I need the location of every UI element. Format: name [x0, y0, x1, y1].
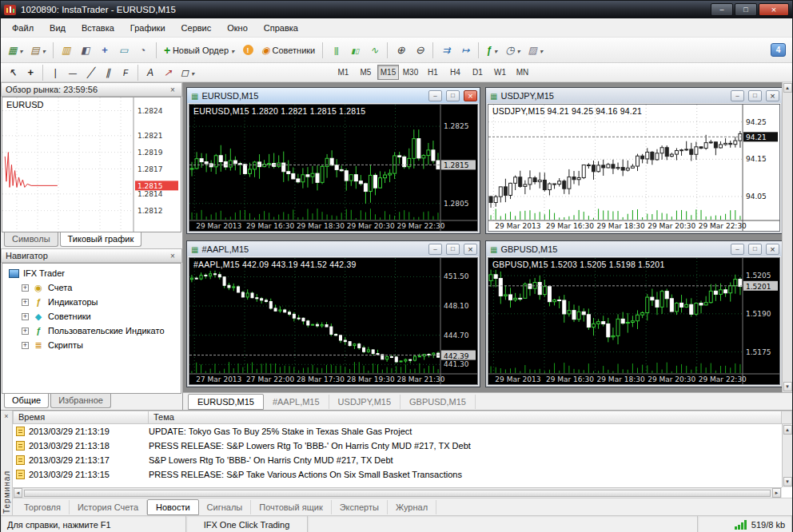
chart-maximize-button[interactable]	[446, 244, 460, 255]
tab-experts[interactable]: Эксперты	[332, 500, 388, 514]
menu-tools[interactable]: Сервис	[173, 20, 220, 36]
tab-signals[interactable]: Сигналы	[199, 500, 252, 514]
candlestick-chart-eurusd[interactable]: 1.28251.28051.281529 Mar 201329 Mar 16:3…	[189, 105, 477, 231]
timeframe-h1[interactable]: H1	[422, 65, 444, 80]
column-header-topic[interactable]: Тема	[149, 411, 782, 424]
tick-chart[interactable]: EURUSD 1.28241.28211.28191.28171.28141.2…	[2, 97, 181, 232]
scroll-down-arrow[interactable]	[783, 477, 792, 486]
scroll-left-arrow[interactable]	[14, 488, 22, 498]
scroll-right-arrow[interactable]	[772, 488, 781, 498]
chart-maximize-button[interactable]	[748, 244, 762, 255]
timeframe-m1[interactable]: M1	[333, 65, 354, 80]
chart-close-button[interactable]	[766, 90, 779, 101]
channel-button[interactable]	[99, 65, 117, 81]
chart-window-titlebar[interactable]: USDJPY,M15	[486, 88, 782, 103]
tree-item-scripts[interactable]: Скрипты	[2, 338, 181, 352]
text-tool-button[interactable]	[141, 65, 159, 81]
chart-tab-aapl[interactable]: #AAPL,M15	[264, 395, 329, 409]
navigator-close-icon[interactable]	[168, 252, 177, 260]
scroll-down-arrow[interactable]	[783, 382, 792, 391]
chart-window-titlebar[interactable]: #AAPL,M15	[187, 241, 480, 256]
timeframe-mn[interactable]: MN	[512, 65, 533, 80]
news-row[interactable]: 2013/03/29 21:13:15 PRESS RELEASE: S&P T…	[13, 467, 792, 482]
notification-badge[interactable]: 4	[771, 43, 786, 57]
navigator-toggle[interactable]	[95, 41, 114, 60]
mdi-scrollbar[interactable]	[782, 82, 792, 392]
data-window-toggle[interactable]	[76, 41, 95, 60]
periods-button[interactable]	[501, 41, 524, 60]
tab-tick-chart[interactable]: Тиковый график	[60, 232, 142, 247]
tree-item-experts[interactable]: Советники	[2, 309, 181, 324]
timeframe-m30[interactable]: M30	[400, 65, 421, 80]
tab-journal[interactable]: Журнал	[388, 500, 436, 514]
tab-mailbox[interactable]: Почтовый ящик	[251, 500, 331, 514]
news-row[interactable]: 2013/03/29 21:13:18 PRESS RELEASE: S&P L…	[13, 439, 792, 453]
crosshair-tool-button[interactable]	[22, 65, 39, 81]
minimize-button[interactable]	[711, 3, 733, 16]
chart-close-button[interactable]	[766, 244, 779, 255]
timeframe-h4[interactable]: H4	[444, 65, 466, 80]
window-titlebar[interactable]: 1020890: InstaTrader - EURUSD,M15	[1, 1, 792, 18]
tree-item-account-root[interactable]: IFX Trader	[2, 266, 181, 280]
chart-minimize-button[interactable]	[428, 90, 442, 101]
menu-view[interactable]: Вид	[42, 20, 74, 36]
vertical-line-button[interactable]	[46, 65, 64, 81]
terminal-toggle[interactable]	[114, 41, 133, 60]
tab-news[interactable]: Новости	[147, 499, 199, 515]
metaeditor-button[interactable]: !	[238, 41, 257, 60]
menu-file[interactable]: Файл	[4, 20, 42, 36]
candlestick-chart-button[interactable]	[345, 41, 365, 60]
candlestick-chart-gbpusd[interactable]: 1.52051.51901.51751.520129 Mar 201329 Ma…	[488, 258, 779, 384]
expert-advisors-button[interactable]: Советники	[257, 41, 319, 60]
chart-window-titlebar[interactable]: EURUSD,M15	[187, 88, 480, 103]
trendline-button[interactable]	[82, 65, 99, 81]
bar-chart-button[interactable]	[326, 41, 345, 60]
chart-close-button[interactable]	[464, 90, 477, 101]
chart-minimize-button[interactable]	[731, 244, 744, 255]
expand-icon[interactable]	[22, 328, 29, 335]
tab-favorites[interactable]: Избранное	[50, 394, 111, 408]
scroll-up-arrow[interactable]	[783, 83, 792, 93]
news-row[interactable]: 2013/03/29 21:13:17 S&P Lowers Rtg To 'B…	[13, 453, 792, 467]
chart-tab-eurusd[interactable]: EURUSD,M15	[188, 394, 264, 410]
tab-trade[interactable]: Торговля	[16, 500, 70, 514]
fibonacci-button[interactable]	[117, 65, 134, 81]
maximize-button[interactable]	[735, 3, 757, 16]
expand-icon[interactable]	[22, 284, 29, 292]
chart-window-titlebar[interactable]: GBPUSD,M15	[486, 241, 782, 256]
close-button[interactable]	[759, 3, 789, 16]
scrollbar-thumb[interactable]	[24, 490, 771, 497]
terminal-close-icon[interactable]	[4, 412, 8, 420]
expand-icon[interactable]	[22, 313, 29, 320]
terminal-horizontal-scrollbar[interactable]	[13, 487, 782, 498]
menu-window[interactable]: Окно	[219, 20, 256, 36]
strategy-tester-toggle[interactable]	[133, 41, 153, 60]
market-watch-close-icon[interactable]	[168, 85, 177, 94]
zoom-out-button[interactable]	[410, 41, 429, 60]
timeframe-m15[interactable]: M15	[377, 65, 399, 80]
chart-maximize-button[interactable]	[748, 90, 762, 101]
expand-icon[interactable]	[22, 299, 29, 306]
chart-minimize-button[interactable]	[428, 244, 442, 255]
menu-help[interactable]: Справка	[256, 20, 306, 36]
tree-item-custom-indicators[interactable]: Пользовательские Индикато	[2, 324, 181, 338]
tree-item-accounts[interactable]: Счета	[2, 280, 181, 295]
cursor-tool-button[interactable]	[4, 65, 22, 81]
market-watch-toggle[interactable]	[57, 41, 76, 60]
expand-icon[interactable]	[22, 342, 29, 349]
chart-tab-usdjpy[interactable]: USDJPY,M15	[329, 395, 400, 409]
profiles-button[interactable]	[26, 41, 49, 60]
tree-item-indicators[interactable]: Индикаторы	[2, 295, 181, 309]
tab-common[interactable]: Общие	[4, 394, 49, 408]
new-chart-button[interactable]	[4, 41, 26, 60]
arrows-tool-button[interactable]	[159, 65, 177, 81]
news-row[interactable]: 2013/03/29 21:13:19 UPDATE: Tokyo Gas To…	[13, 424, 792, 439]
timeframe-m5[interactable]: M5	[355, 65, 377, 80]
line-chart-button[interactable]	[365, 41, 384, 60]
chart-close-button[interactable]	[464, 244, 477, 255]
tab-symbols[interactable]: Символы	[4, 232, 58, 247]
chart-minimize-button[interactable]	[731, 90, 744, 101]
terminal-vertical-scrollbar[interactable]	[782, 424, 792, 487]
new-order-button[interactable]: Новый Ордер	[160, 41, 238, 60]
templates-button[interactable]	[524, 41, 547, 60]
